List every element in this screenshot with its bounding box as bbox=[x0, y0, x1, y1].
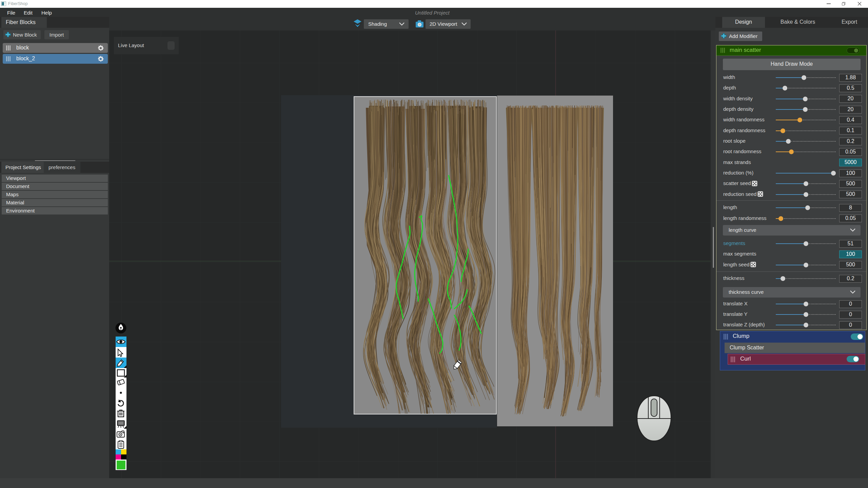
svg-text:Live Layout: Live Layout bbox=[118, 42, 144, 48]
svg-text:2D Viewport: 2D Viewport bbox=[430, 21, 457, 27]
svg-text:Shading: Shading bbox=[368, 21, 387, 27]
